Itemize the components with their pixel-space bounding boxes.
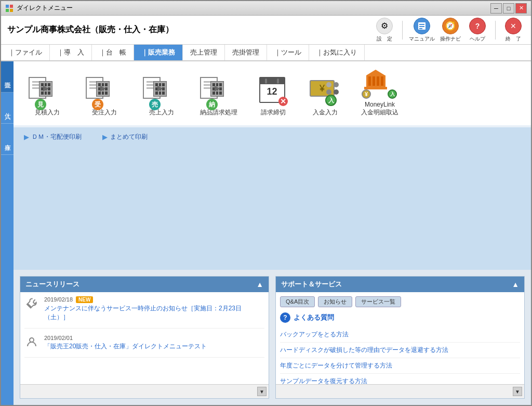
sales-input-icon-item[interactable]: ▶ 売 売上入力 [138,77,185,117]
side-tab-inventory[interactable]: 在庫 [1,124,14,155]
close-button[interactable]: ✕ [515,3,527,14]
moneylink-label: MoneyLink 入金明細取込 [361,101,398,117]
qa-tab[interactable]: Q&A目次 [280,296,315,307]
service-tab[interactable]: サービス一覧 [355,296,401,307]
side-tab-sales[interactable]: 販売 [1,61,14,93]
navi-button[interactable]: 🧭 操作ナビ [439,18,462,43]
order-icon-item[interactable]: ▶ 受 受注入力 [81,77,128,117]
news-title: ニュースリリース [25,280,79,289]
help-label: ヘルプ [470,35,485,43]
icons-row: ▶ 見 見積入力 [24,70,521,117]
faq-section: ? よくある質問 バックアップをとる方法 ハードディスクが破損した等の理由でデー… [280,312,520,385]
estimate-icon-item[interactable]: ▶ 見 見積入力 [24,77,71,117]
invoice-icon: 12 ✕ [259,77,288,106]
toolbar-divider-2 [495,21,496,40]
manual-button[interactable]: マニュアル [409,18,435,43]
moneylink-icon: ¥ 入 [362,70,398,99]
new-badge: NEW [76,296,93,303]
faq-item-3[interactable]: サンプルデータを復元する方法 [280,374,520,385]
exit-label: 終 了 [506,35,521,43]
dm-print-label: ＤＭ・宅配便印刷 [32,133,82,141]
invoice-label: 請求締切 [261,108,286,117]
news-date-1: 2019/02/18 NEW [44,296,264,303]
dm-print-item[interactable]: ▶ ＤＭ・宅配便印刷 [24,133,82,141]
toolbar-divider [402,21,403,40]
print-section: ▶ ＤＭ・宅配便印刷 ▶ まとめて印刷 [14,127,531,147]
main-window: ダイレクトメニュー ─ □ ✕ サンプル商事株式会社（販売・仕入・在庫） ⚙ 設… [0,0,532,406]
support-tabs: Q&A目次 お知らせ サービス一覧 [280,296,520,307]
moneylink-icon-item[interactable]: ¥ 入 MoneyLink 入金明細取込 [356,70,403,117]
order-icon: ▶ 受 [86,77,123,108]
faq-icon: ? [280,312,290,323]
news-date-2: 2019/02/01 [44,335,264,341]
faq-item-0[interactable]: バックアップをとる方法 [280,327,520,343]
title-bar: ダイレクトメニュー ─ □ ✕ [1,1,531,16]
bottom-section: ニュースリリース ▲ 2019/02/1 [14,270,531,405]
invoice-icon-item[interactable]: 12 ✕ 請求締切 [252,77,294,117]
news-link-2[interactable]: 「販売王20販売・仕入・在庫」ダイレクトメニューテスト [44,342,264,351]
faq-title: よくある質問 [294,313,334,322]
estimate-icon: ▶ 見 [29,77,66,108]
navi-label: 操作ナビ [440,35,461,43]
delivery-icon: ▶ 納 [200,77,237,108]
menu-import[interactable]: ｜導 入 [50,45,92,60]
navi-icon: 🧭 [442,18,459,34]
batch-arrow-icon: ▶ [102,134,107,141]
support-scroll-down[interactable]: ▼ [513,387,522,396]
menu-ar-mgmt[interactable]: 売掛管理 [225,45,267,60]
delivery-label: 納品請求処理 [200,108,237,117]
exit-button[interactable]: ✕ 終 了 [502,18,525,43]
menu-file[interactable]: ｜ファイル [1,45,50,60]
payment-icon-item[interactable]: ¥ 入 入金入力 [304,80,346,117]
news-scroll-down[interactable]: ▼ [257,387,267,396]
minimize-button[interactable]: ─ [490,3,502,14]
exit-icon: ✕ [505,18,522,34]
svg-rect-1 [10,5,13,8]
news-link-1[interactable]: メンテナンスに伴なうサービス一時停止のお知らせ［実施日：2月23日（土）］ [44,304,264,322]
support-content: Q&A目次 お知らせ サービス一覧 ? よくある質問 バックアップをとる方法 ハ… [276,292,524,385]
icons-area: ▶ 見 見積入力 [14,61,531,125]
notice-tab[interactable]: お知らせ [318,296,352,307]
news-panel: ニュースリリース ▲ 2019/02/1 [20,276,269,399]
help-button[interactable]: ? ヘルプ [466,18,489,43]
app-icon [5,4,14,12]
side-tabs: 販売 仕入 在庫 [1,61,14,405]
menu-sales-mgmt[interactable]: 売上管理 [183,45,225,60]
window-title: ダイレクトメニュー [17,4,490,12]
payment-label: 入金入力 [313,108,338,117]
svg-point-8 [30,338,34,342]
svg-rect-6 [419,26,424,27]
faq-item-1[interactable]: ハードディスクが破損した等の理由でデータを退避する方法 [280,343,520,358]
faq-item-2[interactable]: 年度ごとにデータを分けて管理する方法 [280,358,520,374]
side-tab-purchase[interactable]: 仕入 [1,93,14,124]
menu-bar: ｜ファイル ｜導 入 ｜台 帳 ｜販売業務 売上管理 売掛管理 ｜ツール ｜お気… [1,45,531,61]
menu-sales[interactable]: ｜販売業務 [134,45,183,60]
svg-rect-7 [419,28,422,29]
news-info-1: 2019/02/18 NEW メンテナンスに伴なうサービス一時停止のお知らせ［実… [44,296,264,322]
maximize-button[interactable]: □ [503,3,514,14]
sales-input-icon: ▶ 売 [143,77,180,108]
news-item-2: 2019/02/01 「販売王20販売・仕入・在庫」ダイレクトメニューテスト [24,335,264,358]
svg-rect-5 [419,24,424,25]
wrench-icon [24,296,39,311]
delivery-icon-item[interactable]: ▶ 納 納品請求処理 [195,77,242,117]
news-panel-header: ニュースリリース ▲ [20,277,269,292]
content-panel: ▶ 見 見積入力 [14,61,531,405]
news-content: 2019/02/18 NEW メンテナンスに伴なうサービス一時停止のお知らせ［実… [20,292,269,385]
svg-rect-0 [6,5,9,8]
batch-print-item[interactable]: ▶ まとめて印刷 [102,133,148,141]
payment-icon: ¥ 入 [310,80,341,106]
manual-icon [414,18,430,34]
settings-icon: ⚙ [376,18,393,34]
batch-print-label: まとめて印刷 [110,133,148,141]
support-scroll-up[interactable]: ▲ [512,280,519,289]
menu-ledger[interactable]: ｜台 帳 [92,45,134,60]
news-scroll-up[interactable]: ▲ [256,280,263,289]
window-controls: ─ □ ✕ [490,3,527,14]
settings-button[interactable]: ⚙ 設 定 [373,18,396,43]
app-header: サンプル商事株式会社（販売・仕入・在庫） ⚙ 設 定 マニュアル [1,16,531,45]
toolbar: ⚙ 設 定 マニュアル 🧭 操作ナビ [373,18,525,43]
menu-favorites[interactable]: ｜お気に入り [309,45,365,60]
dm-arrow-icon: ▶ [24,134,29,141]
menu-tools[interactable]: ｜ツール [267,45,309,60]
